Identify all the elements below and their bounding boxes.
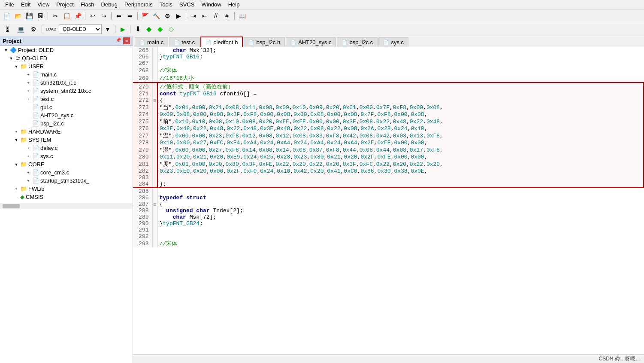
target-select[interactable]: QD-OLED: [59, 24, 102, 34]
tree-node-test[interactable]: + 📄 test.c: [0, 95, 133, 103]
menu-debug[interactable]: Debug: [98, 0, 121, 9]
tab-main-c[interactable]: 📄 main.c: [135, 37, 168, 47]
target-dropdown[interactable]: ▼: [103, 24, 113, 34]
toggle-core-cm3[interactable]: +: [26, 170, 31, 175]
back-btn[interactable]: ⬅: [114, 11, 124, 21]
toggle-fwlib[interactable]: +: [14, 186, 19, 192]
cut-btn[interactable]: ✂: [50, 11, 60, 21]
tree-node-main-c[interactable]: + 📄 main.c: [0, 70, 133, 79]
line-content[interactable]: [157, 233, 644, 240]
line-content[interactable]: const typFNT_GB16 cfont16[] =: [157, 91, 644, 97]
menu-help[interactable]: Help: [225, 0, 243, 9]
debug-start-btn[interactable]: ◆: [144, 24, 154, 34]
tab-test-c[interactable]: 📄 test.c: [169, 37, 200, 47]
toggle-sys-c[interactable]: +: [26, 154, 31, 159]
menu-peripherals[interactable]: Peripherals: [121, 0, 156, 9]
menu-view[interactable]: View: [34, 0, 53, 9]
fold-indicator[interactable]: [152, 154, 157, 160]
toggle-bsp[interactable]: [26, 121, 31, 126]
fold-indicator[interactable]: [152, 174, 157, 181]
tree-node-qd-oled[interactable]: ▼ 🗂 QD-OLED: [0, 54, 133, 62]
line-content[interactable]: 0x11,0x20,0x21,0x20,0xE9,0x24,0x25,0x28,…: [157, 154, 644, 160]
tab-bsp-i2c-c[interactable]: 📄 bsp_i2c.c: [337, 37, 378, 47]
tree-node-project[interactable]: ▼ 🔷 Project: OLED: [0, 46, 133, 54]
toggle-gui[interactable]: [26, 105, 31, 110]
line-content[interactable]: [157, 227, 644, 233]
unindent-btn[interactable]: ⇤: [200, 11, 210, 21]
tree-node-bsp-i2c[interactable]: 📄 bsp_i2c.c: [0, 119, 133, 128]
fold-indicator[interactable]: ⊟: [152, 97, 157, 104]
tab-oledfont-h[interactable]: 📄 oledfont.h: [200, 37, 243, 47]
build-btn[interactable]: 🔨: [151, 11, 161, 21]
line-content[interactable]: "湿",0x00,0x00,0x27,0xF8,0x14,0x08,0x14,0…: [157, 146, 644, 154]
redo-btn[interactable]: ↪: [99, 11, 109, 21]
line-content[interactable]: unsigned char Index[2];: [157, 207, 644, 214]
fold-indicator[interactable]: [152, 181, 157, 188]
fold-indicator[interactable]: [152, 146, 157, 154]
line-content[interactable]: //16*16大小: [157, 74, 644, 82]
fold-indicator[interactable]: [152, 118, 157, 125]
indent-btn[interactable]: ⇥: [188, 11, 199, 21]
line-content[interactable]: "度",0x01,0x00,0x00,0x80,0x3F,0xFE,0x22,0…: [157, 160, 644, 168]
tree-node-core-cm3[interactable]: + 📄 core_cm3.c: [0, 168, 133, 177]
tree-node-user[interactable]: ▼ 📁 USER: [0, 62, 133, 70]
fold-indicator[interactable]: [152, 233, 157, 240]
toggle-qd-oled[interactable]: ▼: [9, 56, 14, 61]
line-content[interactable]: };: [157, 181, 644, 188]
run-btn[interactable]: ▶: [173, 11, 184, 21]
code-editor[interactable]: 265 char Msk[32];266}typFNT_GB16;267 268…: [133, 47, 644, 354]
toggle-test[interactable]: +: [26, 97, 31, 102]
fold-indicator[interactable]: [152, 140, 157, 146]
line-content[interactable]: 0x23,0xE0,0x20,0x00,0x2F,0xF0,0x24,0x10,…: [157, 168, 644, 174]
toggle-system-folder[interactable]: ▼: [14, 137, 19, 143]
line-content[interactable]: {: [157, 97, 644, 104]
tree-node-gui[interactable]: 📄 gui.c: [0, 103, 133, 111]
tree-node-cmsis[interactable]: ◆ CMSIS: [0, 193, 133, 201]
menu-svcs[interactable]: SVCS: [176, 0, 198, 9]
save-all-btn[interactable]: 🖫: [35, 11, 45, 21]
tree-node-system[interactable]: + 📄 system_stm32f10x.c: [0, 87, 133, 95]
debug-diamond-btn[interactable]: ◇: [166, 24, 176, 34]
menu-window[interactable]: Window: [198, 0, 224, 9]
tree-node-stm32[interactable]: + 📄 stm32f10x_it.c: [0, 79, 133, 87]
line-content[interactable]: //逐行式，顺向（高位在前）: [157, 82, 644, 91]
tree-node-sys-c[interactable]: + 📄 sys.c: [0, 152, 133, 160]
toggle-cmsis[interactable]: [14, 195, 19, 200]
open-btn[interactable]: 📂: [13, 11, 23, 21]
fold-indicator[interactable]: [152, 82, 157, 91]
fold-indicator[interactable]: [152, 132, 157, 140]
line-content[interactable]: 0x00,0x08,0x00,0x08,0x3F,0xF8,0x00,0x08,…: [157, 111, 644, 118]
fold-indicator[interactable]: [152, 104, 157, 111]
fold-indicator[interactable]: [152, 227, 157, 233]
tree-node-fwlib[interactable]: + 📁 FWLib: [0, 185, 133, 193]
run2-btn[interactable]: ▶: [118, 24, 128, 34]
fold-indicator[interactable]: [152, 214, 157, 220]
line-content[interactable]: //宋体: [157, 67, 644, 74]
line-content[interactable]: "当",0x01,0x00,0x21,0x08,0x11,0x08,0x09,0…: [157, 104, 644, 111]
toggle-main-c[interactable]: +: [26, 72, 31, 77]
tab-aht20-sys-c[interactable]: 📄 AHT20_sys.c: [286, 37, 336, 47]
sidebar-pin[interactable]: 📌: [115, 37, 121, 44]
fold-indicator[interactable]: [152, 168, 157, 174]
tree-node-hardware[interactable]: + 📁 HARDWARE: [0, 128, 133, 136]
toggle-startup[interactable]: +: [26, 178, 31, 183]
fold-indicator[interactable]: [152, 195, 157, 201]
line-content[interactable]: 0x10,0x00,0x27,0xFC,0xE4,0xA4,0x24,0xA4,…: [157, 140, 644, 146]
tree-node-startup[interactable]: + 📄 startup_stm32f10x_: [0, 177, 133, 185]
chip-btn[interactable]: 💻: [15, 24, 27, 34]
compile-btn[interactable]: ⚙: [162, 11, 172, 21]
fold-indicator[interactable]: [152, 188, 157, 195]
menu-flash[interactable]: Flash: [77, 0, 98, 9]
line-content[interactable]: char Msk[72];: [157, 214, 644, 220]
fold-indicator[interactable]: [152, 220, 157, 227]
paste-btn[interactable]: 📌: [73, 11, 83, 21]
line-content[interactable]: [157, 188, 644, 195]
sidebar-close[interactable]: ✕: [123, 37, 130, 44]
fold-indicator[interactable]: [152, 125, 157, 132]
comment-btn[interactable]: //: [211, 11, 221, 21]
toggle-core[interactable]: ▼: [14, 162, 19, 167]
tree-node-aht20[interactable]: 📄 AHT20_sys.c: [0, 111, 133, 119]
line-content[interactable]: typedef struct: [157, 195, 644, 201]
tree-node-system-folder[interactable]: ▼ 📁 SYSTEM: [0, 136, 133, 144]
load-btn[interactable]: LOAD: [44, 24, 58, 34]
